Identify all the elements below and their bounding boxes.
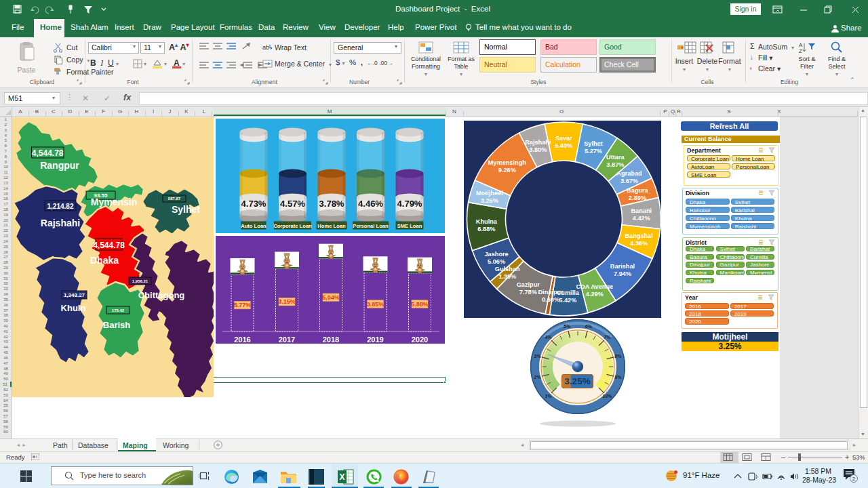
svg-text:Z: Z	[799, 48, 802, 54]
svg-text:Banani: Banani	[631, 207, 652, 214]
svg-text:Mymensingh: Mymensingh	[488, 159, 527, 166]
svg-text:5.42%: 5.42%	[559, 297, 576, 304]
svg-text:Corporate Loan: Corporate Loan	[273, 223, 312, 229]
svg-text:3.78%: 3.78%	[319, 199, 344, 209]
svg-text:4.46%: 4.46%	[358, 199, 383, 209]
svg-text:Motijheel: Motijheel	[476, 190, 503, 197]
svg-text:Bagura: Bagura	[627, 187, 649, 194]
svg-text:▾: ▾	[144, 61, 146, 67]
svg-text:Sort &: Sort &	[798, 56, 815, 62]
svg-text:▾: ▾	[460, 71, 462, 77]
svg-text:4.79%: 4.79%	[397, 199, 422, 209]
svg-text:Barish: Barish	[103, 320, 131, 330]
svg-text:4,544.78: 4,544.78	[32, 148, 64, 158]
svg-text:Format as: Format as	[448, 56, 475, 62]
svg-text:2017: 2017	[279, 336, 295, 344]
svg-text:2016: 2016	[234, 336, 250, 344]
svg-text:3%: 3%	[534, 354, 542, 359]
svg-text:175.42: 175.42	[112, 308, 125, 312]
svg-text:Barishal: Barishal	[610, 263, 635, 270]
svg-text:1.39%: 1.39%	[498, 273, 516, 280]
svg-text:10%: 10%	[602, 394, 612, 399]
svg-text:3.15%: 3.15%	[278, 298, 296, 305]
svg-text:ab: ab	[262, 44, 269, 51]
svg-text:4.29%: 4.29%	[586, 291, 604, 298]
svg-text:Uttara: Uttara	[606, 154, 625, 161]
svg-text:2018: 2018	[323, 336, 339, 344]
svg-text:Dhaka: Dhaka	[90, 255, 119, 266]
svg-text:Bangshal: Bangshal	[625, 232, 652, 239]
svg-text:Sylhet: Sylhet	[172, 204, 200, 215]
svg-text:Auto Loan: Auto Loan	[241, 223, 267, 229]
svg-text:5.77%: 5.77%	[234, 302, 252, 308]
svg-text:Savar: Savar	[555, 135, 572, 142]
svg-text:5.88%: 5.88%	[411, 301, 429, 308]
svg-text:A: A	[799, 42, 803, 48]
svg-text:Rajshahi: Rajshahi	[525, 139, 551, 146]
svg-text:Mymensin: Mymensin	[91, 197, 137, 207]
svg-text:1,214.82: 1,214.82	[47, 203, 74, 210]
svg-text:6%: 6%	[585, 324, 593, 329]
svg-text:Filter: Filter	[800, 63, 814, 70]
svg-text:5.40%: 5.40%	[555, 142, 572, 149]
svg-text:Select: Select	[828, 63, 846, 70]
svg-text:1%: 1%	[545, 394, 552, 399]
svg-text:▾: ▾	[425, 71, 427, 77]
svg-text:9.26%: 9.26%	[498, 167, 516, 174]
svg-text:Paste: Paste	[18, 66, 36, 74]
svg-text:Sylhet: Sylhet	[584, 140, 603, 147]
svg-text:7%: 7%	[604, 335, 611, 340]
svg-text:4.42%: 4.42%	[633, 215, 650, 222]
svg-text:A: A	[174, 58, 180, 68]
svg-text:▾: ▾	[182, 61, 185, 67]
svg-text:Rajshahi: Rajshahi	[41, 218, 80, 228]
svg-text:4%: 4%	[544, 335, 552, 340]
svg-text:CDA Avenue: CDA Avenue	[576, 283, 613, 290]
svg-text:Rangpur: Rangpur	[40, 160, 79, 171]
svg-text:5.04%: 5.04%	[322, 294, 340, 301]
svg-text:3.87%: 3.87%	[606, 161, 624, 168]
svg-text:Gulshan: Gulshan	[495, 266, 520, 272]
svg-text:▾: ▾	[164, 61, 167, 67]
svg-text:SME Loan: SME Loan	[397, 223, 422, 229]
svg-text:Table: Table	[454, 63, 468, 70]
svg-text:Find &: Find &	[828, 56, 846, 62]
svg-text:Agrabad: Agrabad	[616, 170, 642, 177]
svg-text:0.60%: 0.60%	[542, 296, 559, 303]
svg-text:3.25%: 3.25%	[481, 197, 498, 204]
svg-text:Dinajpur: Dinajpur	[538, 289, 564, 296]
svg-text:4.73%: 4.73%	[241, 199, 267, 209]
svg-text:3.80%: 3.80%	[529, 146, 547, 153]
svg-text:4.36%: 4.36%	[630, 240, 648, 247]
svg-text:9%: 9%	[614, 375, 622, 380]
svg-text:2019: 2019	[367, 336, 383, 344]
svg-text:▾: ▾	[806, 71, 808, 77]
svg-text:Personal Loan: Personal Loan	[353, 223, 389, 229]
svg-text:2020: 2020	[412, 336, 428, 344]
svg-text:3.85%: 3.85%	[367, 301, 384, 308]
svg-text:4,544.78: 4,544.78	[93, 241, 125, 250]
svg-text:5.06%: 5.06%	[488, 258, 505, 265]
svg-text:4.57%: 4.57%	[280, 199, 305, 209]
svg-text:▾: ▾	[835, 71, 838, 77]
svg-text:Conditional: Conditional	[411, 56, 441, 62]
svg-text:1,956.21: 1,956.21	[132, 279, 149, 283]
svg-text:2: 2	[852, 476, 856, 482]
svg-text:5%: 5%	[564, 324, 571, 329]
svg-text:5.27%: 5.27%	[585, 148, 602, 155]
svg-text:Gazipur: Gazipur	[517, 281, 540, 288]
svg-text:2%: 2%	[534, 375, 542, 380]
svg-text:587.87: 587.87	[168, 197, 181, 201]
svg-text:7.94%: 7.94%	[614, 270, 631, 277]
svg-text:3.67%: 3.67%	[620, 178, 638, 184]
svg-text:Home Loan: Home Loan	[317, 223, 346, 229]
svg-text:6.88%: 6.88%	[477, 226, 495, 232]
svg-text:7.78%: 7.78%	[519, 289, 537, 296]
svg-text:Chittagong: Chittagong	[138, 290, 185, 300]
svg-text:Jashore: Jashore	[484, 251, 508, 258]
svg-text:2.89%: 2.89%	[629, 195, 646, 201]
svg-text:1,348.27: 1,348.27	[64, 292, 85, 298]
svg-text:Khuln: Khuln	[61, 303, 86, 313]
svg-text:Formatting: Formatting	[412, 63, 440, 70]
svg-text:8%: 8%	[614, 354, 622, 359]
